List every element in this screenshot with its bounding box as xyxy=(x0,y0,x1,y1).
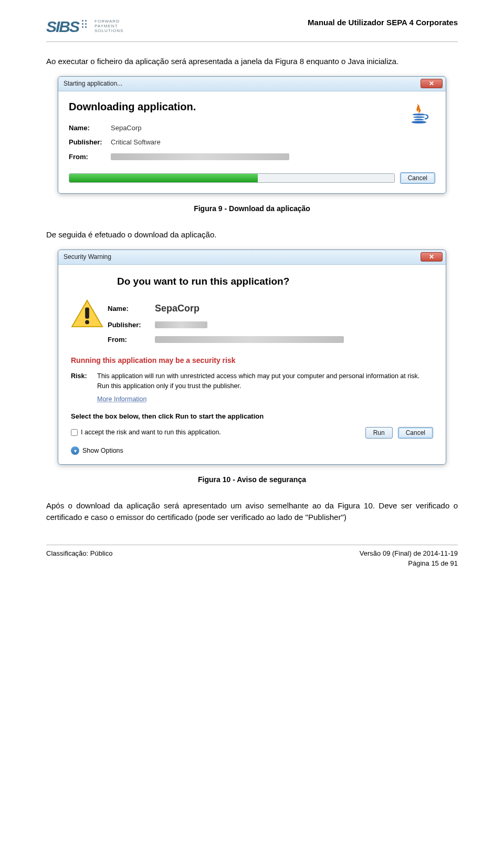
run-button[interactable]: Run xyxy=(365,427,393,439)
chevron-down-icon: ▾ xyxy=(71,446,79,455)
accept-checkbox-input[interactable] xyxy=(71,429,78,436)
dialog-titlebar: Security Warning ✕ xyxy=(58,250,446,265)
close-button[interactable]: ✕ xyxy=(421,79,443,88)
logo-dots-icon xyxy=(82,19,89,35)
accept-risk-checkbox[interactable]: I accept the risk and want to run this a… xyxy=(71,428,221,437)
footer-right: Versão 09 (Final) de 2014-11-19 Página 1… xyxy=(360,548,458,569)
dialog-titlebar: Starting application... ✕ xyxy=(58,77,446,91)
close-button[interactable]: ✕ xyxy=(421,252,443,262)
publisher-value-redacted xyxy=(155,321,207,328)
from-value-redacted xyxy=(111,153,289,160)
show-options-toggle[interactable]: ▾ Show Options xyxy=(71,446,433,456)
publisher-value: Critical Software xyxy=(111,137,161,148)
paragraph: De seguida é efetuado o download da apli… xyxy=(46,229,458,241)
progress-bar xyxy=(69,173,395,183)
name-label: Name: xyxy=(69,123,111,133)
dialog-heading: Do you want to run this application? xyxy=(117,274,433,289)
from-value-redacted xyxy=(155,336,344,343)
logo-text: SIBS xyxy=(46,15,79,38)
accept-label-text: I accept the risk and want to run this a… xyxy=(81,428,221,437)
footer-left: Classificação: Público xyxy=(46,548,112,569)
logo-subtext: FORWARD PAYMENT SOLUTIONS xyxy=(94,19,123,33)
dialog-heading: Downloading application. xyxy=(69,99,435,114)
show-options-label: Show Options xyxy=(82,446,123,456)
publisher-label: Publisher: xyxy=(69,137,111,148)
doc-title: Manual de Utilizador SEPA 4 Corporates xyxy=(308,17,458,29)
dialog-title: Security Warning xyxy=(64,252,111,262)
svg-point-2 xyxy=(85,320,89,325)
from-label: From: xyxy=(108,335,155,345)
paragraph: Após o download da aplicação será aprese… xyxy=(46,500,458,524)
name-value: SepaCorp xyxy=(155,301,200,316)
page-footer: Classificação: Público Versão 09 (Final)… xyxy=(46,545,458,577)
from-label: From: xyxy=(69,152,111,162)
security-dialog: Security Warning ✕ Do you want to run th… xyxy=(58,249,446,465)
java-icon xyxy=(406,101,432,127)
close-icon: ✕ xyxy=(429,252,434,262)
risk-warning: Running this application may be a securi… xyxy=(71,355,433,366)
publisher-label: Publisher: xyxy=(108,320,155,330)
name-label: Name: xyxy=(108,304,155,314)
risk-label: Risk: xyxy=(71,371,97,404)
warning-icon xyxy=(71,299,108,349)
page-header: SIBS FORWARD PAYMENT SOLUTIONS Manual de… xyxy=(46,15,458,42)
close-icon: ✕ xyxy=(429,79,434,88)
select-instruction: Select the box below, then click Run to … xyxy=(71,411,433,422)
name-value: SepaCorp xyxy=(111,123,142,133)
cancel-button[interactable]: Cancel xyxy=(398,427,433,439)
download-dialog: Starting application... ✕ Downloading ap… xyxy=(58,76,446,194)
cancel-button[interactable]: Cancel xyxy=(400,172,435,184)
figure-caption: Figura 9 - Download da aplicação xyxy=(46,203,458,214)
logo: SIBS FORWARD PAYMENT SOLUTIONS xyxy=(46,15,123,38)
dialog-title: Starting application... xyxy=(64,79,122,88)
figure-caption: Figura 10 - Aviso de segurança xyxy=(46,474,458,485)
paragraph: Ao executar o ficheiro da aplicação será… xyxy=(46,56,458,68)
more-information-link[interactable]: More Information xyxy=(97,394,146,404)
progress-fill xyxy=(69,174,258,182)
svg-rect-1 xyxy=(85,307,89,318)
risk-text: This application will run with unrestric… xyxy=(97,372,419,390)
